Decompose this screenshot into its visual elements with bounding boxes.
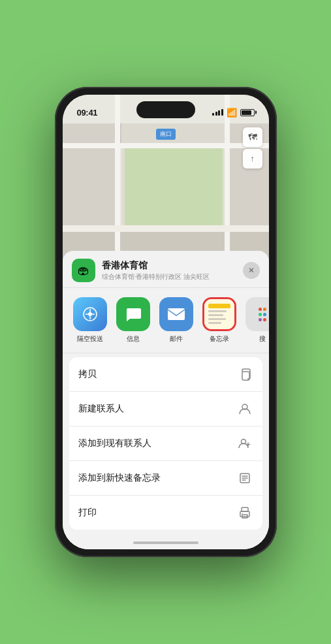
action-add-contact-label: 添加到现有联系人 <box>78 438 151 449</box>
dynamic-island <box>136 101 195 118</box>
map-controls: 🗺 ↑ <box>243 127 262 169</box>
action-list: 拷贝 新建联系人 <box>69 357 262 530</box>
location-label: 南口 <box>156 129 176 140</box>
share-message[interactable]: 信息 <box>116 297 150 344</box>
svg-point-10 <box>242 513 243 515</box>
action-copy-label: 拷贝 <box>78 368 97 380</box>
venue-info: 香港体育馆 综合体育馆·香港特别行政区 油尖旺区 <box>102 260 236 282</box>
quick-note-icon <box>236 470 253 487</box>
action-new-contact[interactable]: 新建联系人 <box>69 392 262 427</box>
share-airdrop[interactable]: 隔空投送 <box>73 297 107 344</box>
home-bar <box>133 541 198 544</box>
status-time: 09:41 <box>77 108 98 118</box>
mail-label: 邮件 <box>170 334 183 344</box>
phone-screen: 09:41 📶 <box>63 95 269 549</box>
sheet-header: 🏟 香港体育馆 综合体育馆·香港特别行政区 油尖旺区 ✕ <box>63 251 269 288</box>
venue-icon: 🏟 <box>72 259 95 282</box>
more-icon-wrap <box>245 297 269 331</box>
more-label: 搜 <box>259 334 266 344</box>
wifi-icon: 📶 <box>227 108 237 118</box>
add-contact-icon <box>236 435 253 452</box>
airdrop-icon-wrap <box>73 297 107 331</box>
home-indicator <box>63 536 269 549</box>
signal-bars-icon <box>212 109 223 116</box>
action-print-label: 打印 <box>78 507 97 519</box>
share-mail[interactable]: 邮件 <box>159 297 193 344</box>
share-row: 隔空投送 信息 <box>63 288 269 353</box>
message-icon-wrap <box>116 297 150 331</box>
svg-rect-7 <box>242 507 248 511</box>
action-quick-note-label: 添加到新快速备忘录 <box>78 472 161 484</box>
map-type-button[interactable]: 🗺 <box>243 127 262 147</box>
message-label: 信息 <box>127 334 140 344</box>
svg-rect-8 <box>240 511 249 517</box>
action-print[interactable]: 打印 <box>69 496 262 530</box>
new-contact-icon <box>236 400 253 417</box>
share-notes[interactable]: 备忘录 <box>202 297 236 344</box>
svg-point-1 <box>88 312 92 316</box>
notes-icon-wrap <box>202 297 236 331</box>
notes-label: 备忘录 <box>210 334 229 344</box>
venue-desc: 综合体育馆·香港特别行政区 油尖旺区 <box>102 272 236 282</box>
print-icon <box>236 504 253 521</box>
mail-icon-wrap <box>159 297 193 331</box>
airdrop-label: 隔空投送 <box>77 334 103 344</box>
svg-rect-2 <box>168 308 185 320</box>
venue-name: 香港体育馆 <box>102 260 236 272</box>
share-more[interactable]: 搜 <box>245 297 269 344</box>
action-copy[interactable]: 拷贝 <box>69 357 262 392</box>
action-quick-note[interactable]: 添加到新快速备忘录 <box>69 461 262 496</box>
battery-icon <box>240 109 255 116</box>
action-add-contact[interactable]: 添加到现有联系人 <box>69 427 262 461</box>
close-button[interactable]: ✕ <box>243 262 260 279</box>
status-icons: 📶 <box>212 108 255 118</box>
phone-frame: 09:41 📶 <box>55 87 277 557</box>
copy-icon <box>236 366 253 383</box>
location-button[interactable]: ↑ <box>243 149 262 169</box>
action-new-contact-label: 新建联系人 <box>78 403 124 415</box>
bottom-sheet: 🏟 香港体育馆 综合体育馆·香港特别行政区 油尖旺区 ✕ <box>63 251 269 549</box>
